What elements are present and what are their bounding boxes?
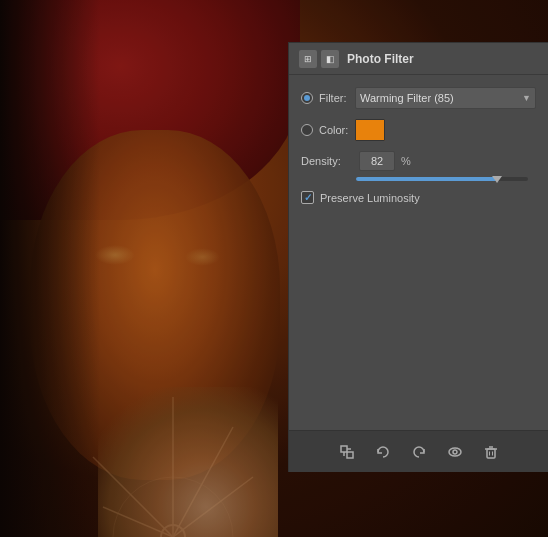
panel-bottom-bar bbox=[289, 430, 548, 472]
filter-row: Filter: Warming Filter (85) ▼ bbox=[301, 87, 536, 109]
header-icons: ⊞ ◧ bbox=[299, 50, 339, 68]
undo-icon[interactable] bbox=[372, 441, 394, 463]
luminosity-label: Preserve Luminosity bbox=[320, 192, 420, 204]
dropdown-arrow-icon: ▼ bbox=[522, 93, 531, 103]
density-slider-container bbox=[301, 177, 536, 181]
link-mask-svg bbox=[339, 444, 355, 460]
filter-label: Filter: bbox=[319, 92, 347, 104]
color-swatch[interactable] bbox=[355, 119, 385, 141]
filter-radio-btn[interactable] bbox=[301, 92, 313, 104]
eye-left bbox=[95, 245, 135, 265]
luminosity-checkbox[interactable] bbox=[301, 191, 314, 204]
layer-icon: ◧ bbox=[326, 54, 335, 64]
eye-right bbox=[185, 248, 220, 266]
color-radio-btn[interactable] bbox=[301, 124, 313, 136]
svg-point-12 bbox=[453, 450, 457, 454]
layer-icon-btn[interactable]: ◧ bbox=[321, 50, 339, 68]
svg-rect-7 bbox=[341, 446, 347, 452]
density-slider-track[interactable] bbox=[356, 177, 528, 181]
svg-point-6 bbox=[113, 477, 233, 537]
density-label: Density: bbox=[301, 155, 353, 167]
undo-svg bbox=[375, 444, 391, 460]
filter-icon-btn[interactable]: ⊞ bbox=[299, 50, 317, 68]
density-slider-thumb[interactable] bbox=[492, 173, 502, 183]
wheel-area bbox=[98, 387, 278, 537]
delete-svg bbox=[483, 444, 499, 460]
density-row: Density: 82 % bbox=[301, 151, 536, 171]
svg-rect-8 bbox=[347, 452, 353, 458]
svg-rect-13 bbox=[487, 449, 495, 458]
visibility-icon[interactable] bbox=[444, 441, 466, 463]
panel-title: Photo Filter bbox=[347, 52, 538, 66]
redo-svg bbox=[411, 444, 427, 460]
redo-icon[interactable] bbox=[408, 441, 430, 463]
color-radio-label: Color: bbox=[301, 124, 349, 136]
panel-content: Filter: Warming Filter (85) ▼ Color: Den… bbox=[289, 75, 548, 212]
density-value: 82 bbox=[371, 155, 383, 167]
svg-point-5 bbox=[161, 525, 185, 537]
turban-area bbox=[0, 0, 300, 220]
svg-line-1 bbox=[93, 457, 173, 537]
density-slider-fill bbox=[356, 177, 497, 181]
shadow-left bbox=[0, 0, 100, 537]
density-pct-label: % bbox=[401, 155, 411, 167]
wheel-spokes bbox=[83, 387, 263, 537]
filter-icon: ⊞ bbox=[304, 54, 312, 64]
filter-radio-label: Filter: bbox=[301, 92, 349, 104]
panel-header: ⊞ ◧ Photo Filter bbox=[289, 43, 548, 75]
delete-icon[interactable] bbox=[480, 441, 502, 463]
svg-point-11 bbox=[449, 448, 461, 456]
properties-panel: ⊞ ◧ Photo Filter Filter: Warming Filter … bbox=[288, 42, 548, 472]
svg-line-2 bbox=[173, 427, 233, 537]
color-label: Color: bbox=[319, 124, 348, 136]
svg-line-3 bbox=[173, 477, 253, 537]
svg-line-4 bbox=[103, 507, 173, 537]
filter-dropdown-value: Warming Filter (85) bbox=[360, 92, 454, 104]
density-input[interactable]: 82 bbox=[359, 151, 395, 171]
filter-dropdown[interactable]: Warming Filter (85) ▼ bbox=[355, 87, 536, 109]
luminosity-row: Preserve Luminosity bbox=[301, 191, 536, 204]
link-mask-icon[interactable] bbox=[336, 441, 358, 463]
visibility-svg bbox=[447, 444, 463, 460]
color-row: Color: bbox=[301, 119, 536, 141]
face-area bbox=[30, 130, 280, 480]
